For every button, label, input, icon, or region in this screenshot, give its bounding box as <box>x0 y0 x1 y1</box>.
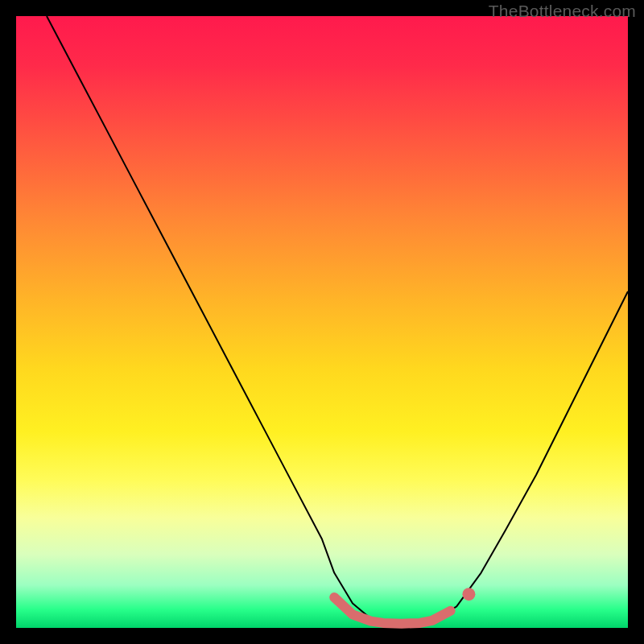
curve-layer <box>16 16 628 628</box>
bottleneck-curve <box>47 16 628 624</box>
chart-frame: TheBottleneck.com <box>0 0 644 644</box>
plot-area <box>16 16 628 628</box>
svg-point-0 <box>462 588 475 601</box>
watermark-text: TheBottleneck.com <box>489 2 636 21</box>
bottleneck-floor-marker <box>462 588 475 601</box>
